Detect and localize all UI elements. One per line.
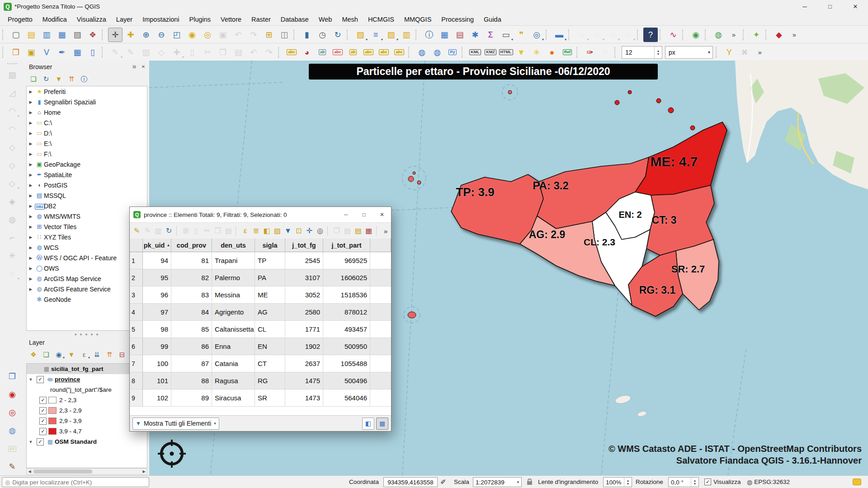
rotate-label-icon[interactable]: abc	[377, 45, 391, 60]
undo-icon[interactable]: ↶	[246, 45, 261, 60]
cell-j_tot_fg[interactable]: 3052	[285, 286, 323, 304]
browser-float-icon[interactable]: ⧉	[131, 64, 137, 70]
toggle-editing-icon[interactable]: ✎	[123, 45, 138, 60]
scroll-right-icon[interactable]: ▶	[141, 469, 147, 474]
browser-item-drive-folder[interactable]: ▶▭D:\	[27, 128, 147, 138]
class-checkbox[interactable]: ✓	[39, 407, 47, 414]
cell-j_tot_part[interactable]: 1055488	[323, 355, 370, 372]
vertex-tool-icon[interactable]: ✚▾	[170, 45, 184, 60]
layer-labeling-icon[interactable]: abc	[284, 45, 299, 60]
paste-features-icon[interactable]: ▤	[231, 45, 245, 60]
cell-j_tot_fg[interactable]: 2637	[285, 355, 323, 372]
filter-by-expression-icon[interactable]: ε▾	[78, 348, 90, 360]
cell-j_tot_part[interactable]: 878012	[323, 304, 370, 321]
share-plugin-icon[interactable]: ◉	[689, 28, 703, 42]
cell-pk_uid[interactable]: 94	[143, 252, 171, 269]
more-tools-3-icon[interactable]: »	[753, 45, 767, 60]
zoom-next-icon[interactable]: ↷	[246, 28, 261, 42]
measure-line-icon[interactable]: ▭▾	[499, 28, 513, 42]
cell-sigla[interactable]: CT	[255, 355, 285, 372]
collapse-all-layers-icon[interactable]: ⇈	[104, 348, 115, 360]
column-header-pk_uid[interactable]: pk_uid▲	[143, 239, 171, 252]
cell-sigla[interactable]: CL	[255, 321, 285, 338]
fill-ring-tool-icon[interactable]: ◍	[5, 212, 19, 227]
copy-style-icon[interactable]: ❐	[332, 225, 342, 237]
cell-cod_prov[interactable]: 84	[171, 304, 212, 321]
cell-pk_uid[interactable]: 102	[143, 389, 171, 407]
table-view-button[interactable]: ▦	[376, 418, 388, 430]
cell-cod_prov[interactable]: 87	[171, 355, 212, 372]
conditional-formatting-icon[interactable]: ▤	[353, 225, 363, 237]
new-3d-map-view-icon[interactable]: ◫	[277, 28, 292, 42]
crs-status[interactable]: ◍ EPSG:32632	[747, 476, 790, 488]
redo-icon[interactable]: ↷	[262, 45, 276, 60]
digitize-circle-icon[interactable]: ◌▾	[575, 28, 589, 42]
menu-modifica[interactable]: Modifica	[38, 14, 72, 25]
layer-checkbox[interactable]: ✓	[37, 376, 44, 383]
open-layer-styling-icon[interactable]: ❖	[28, 348, 39, 360]
expand-arrow-icon[interactable]: ▶	[27, 152, 35, 156]
menu-processing[interactable]: Processing	[436, 14, 479, 25]
messages-icon[interactable]	[853, 476, 861, 488]
column-header-cod_prov[interactable]: cod_prov	[171, 239, 212, 252]
zoom-out-icon[interactable]: ⊖	[154, 28, 169, 42]
zoom-last-icon[interactable]: ↶	[231, 28, 245, 42]
toggle-editing-icon[interactable]: ✎	[132, 225, 142, 237]
menu-mmqgis[interactable]: MMQGIS	[399, 14, 436, 25]
reload-table-icon[interactable]: ↻	[164, 225, 174, 237]
invert-selection-icon[interactable]: ◧	[262, 225, 272, 237]
menu-layer[interactable]: Layer	[111, 14, 137, 25]
cell-pk_uid[interactable]: 98	[143, 321, 171, 338]
expand-arrow-icon[interactable]: ▶	[27, 193, 35, 198]
layout-manager-icon[interactable]: ▧	[70, 28, 85, 42]
help-icon[interactable]: ?	[643, 28, 658, 42]
profile-tool-icon[interactable]: ∿	[666, 28, 680, 42]
data-source-manager-icon[interactable]: ❐	[9, 45, 23, 60]
unit-combobox[interactable]: px▾	[665, 46, 713, 59]
cell-cod_prov[interactable]: 88	[171, 372, 212, 389]
menu-progetto[interactable]: Progetto	[3, 14, 38, 25]
class-checkbox[interactable]: ✓	[39, 428, 47, 435]
cut-row-icon[interactable]: ✂	[202, 225, 212, 237]
select-polygon-tool-icon[interactable]: ▨	[5, 68, 19, 82]
digitize-rectangle-icon[interactable]: ◌▾	[605, 28, 620, 42]
browser-item-star[interactable]: ▶★Preferiti	[27, 86, 147, 97]
sparkle-tool-icon[interactable]: ✳	[529, 45, 544, 60]
shape-tool-2-icon[interactable]: ◇	[5, 158, 19, 173]
browser-item-spatialite[interactable]: ▶✒SpatiaLite	[27, 169, 147, 180]
save-layer-edits-icon[interactable]: ▥	[139, 45, 153, 60]
cell-sigla[interactable]: EN	[255, 338, 285, 355]
delete-selected-icon[interactable]: ▯	[192, 225, 202, 237]
add-feature-icon[interactable]: ◇	[154, 45, 169, 60]
field-calculator-icon[interactable]: ▦	[364, 225, 374, 237]
node-tool-disabled-icon[interactable]: ◌	[598, 45, 613, 60]
zoom-to-point-tool-icon[interactable]: ◎	[5, 405, 19, 420]
cell-pk_uid[interactable]: 97	[143, 304, 171, 321]
cell-cod_prov[interactable]: 81	[171, 252, 212, 269]
expand-arrow-icon[interactable]: ▼	[27, 377, 35, 382]
cell-cod_prov[interactable]: 85	[171, 321, 212, 338]
zoom-native-icon[interactable]: ▣	[216, 28, 230, 42]
export-kml-icon[interactable]: KML	[468, 45, 482, 60]
statistics-summary-icon[interactable]: Σ	[483, 28, 498, 42]
orange-circle-tool-icon[interactable]: ●	[545, 45, 559, 60]
cell-j_tot_fg[interactable]: 1473	[285, 389, 323, 407]
field-calculator-icon[interactable]: ▤	[453, 28, 467, 42]
cut-features-icon[interactable]: ✂	[200, 45, 215, 60]
temporal-controller-icon[interactable]: ◷	[315, 28, 330, 42]
cell-j_tot_part[interactable]: 500496	[323, 372, 370, 389]
dialog-maximize-button[interactable]: □	[355, 207, 373, 222]
cell-sigla[interactable]: ME	[255, 286, 285, 304]
properties-widget-icon[interactable]: ⓘ	[78, 73, 90, 84]
menu-guida[interactable]: Guida	[479, 14, 506, 25]
digitize-polygon-icon[interactable]: ◌▾	[621, 28, 635, 42]
select-features-icon[interactable]: ▧▾	[353, 28, 368, 42]
row-number[interactable]: 1	[130, 252, 143, 269]
cell-j_tot_part[interactable]: 564046	[323, 389, 370, 407]
row-number[interactable]: 6	[130, 338, 143, 355]
menu-raster[interactable]: Raster	[246, 14, 276, 25]
browser-item-mssql[interactable]: ▶▤MSSQL	[27, 190, 147, 201]
cell-j_tot_part[interactable]: 493457	[323, 321, 370, 338]
filter-browser-icon[interactable]: ▼	[53, 73, 65, 84]
refresh-browser-icon[interactable]: ↻	[40, 73, 52, 84]
